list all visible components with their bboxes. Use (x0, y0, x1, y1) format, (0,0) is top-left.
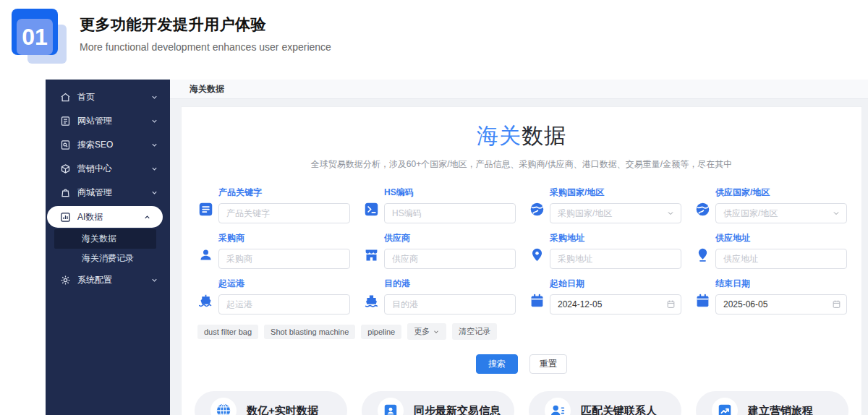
end-date-input[interactable] (715, 294, 847, 315)
field-label: 起运港 (218, 278, 350, 290)
sidebar-item-label: 首页 (77, 91, 95, 103)
sidebar-item-seo[interactable]: 搜索SEO (46, 133, 170, 157)
departure-port-input[interactable] (218, 294, 350, 315)
field-supply-address: 供应地址 (694, 232, 847, 269)
page-title-rest: 数据 (522, 124, 566, 147)
field-supply-country: 供应国家/地区 (694, 187, 847, 223)
buy-address-input[interactable] (550, 249, 681, 269)
field-label: 采购地址 (550, 232, 681, 244)
section-subtitle: More functional development enhances use… (80, 41, 331, 53)
calendar-icon (529, 278, 545, 315)
main-area: 海关数据 海关数据 全球贸易数据分析，涉及60+个国家/地区，产品信息、采购商/… (170, 80, 868, 415)
buyer-input[interactable] (218, 249, 350, 269)
header-text: 更多功能开发提升用户体验 More functional development… (80, 6, 331, 65)
field-hs-code: HS编码 (363, 187, 516, 223)
field-label: 供应地址 (715, 232, 847, 244)
chevron-up-icon (143, 213, 151, 221)
search-button[interactable]: 搜索 (476, 354, 518, 374)
ship-icon (197, 278, 213, 315)
sidebar-item-marketing[interactable]: 营销中心 (46, 157, 170, 181)
field-product-keyword: 产品关键字 (197, 187, 350, 223)
keyword-chip[interactable]: pipeline (361, 325, 401, 339)
keyword-chip[interactable]: dust filter bag (197, 325, 258, 339)
supplier-input[interactable] (384, 249, 516, 269)
field-departure-port: 起运港 (197, 278, 350, 315)
home-icon (60, 92, 71, 103)
chevron-down-icon (150, 141, 158, 149)
clear-records-chip[interactable]: 清空记录 (452, 323, 497, 340)
feature-sync-trades[interactable]: 同步最新交易信息 (362, 391, 514, 415)
sidebar-subitem-customs-records[interactable]: 海关消费记录 (46, 249, 170, 268)
sidebar-item-mall[interactable]: 商城管理 (46, 181, 170, 205)
field-start-date: 起始日期 (529, 278, 681, 315)
sidebar-item-website[interactable]: 网站管理 (46, 109, 170, 133)
field-label: 供应国家/地区 (715, 187, 847, 199)
marketing-icon (60, 163, 71, 174)
sidebar-item-label: 营销中心 (77, 163, 112, 175)
chevron-down-icon (433, 328, 440, 335)
reset-button[interactable]: 重置 (529, 354, 567, 374)
feature-label: 数亿+实时数据 (247, 404, 318, 415)
field-buy-address: 采购地址 (529, 232, 681, 269)
breadcrumb-bar: 海关数据 (170, 80, 868, 99)
sidebar-item-label: 网站管理 (77, 115, 112, 127)
keyword-icon (197, 187, 213, 223)
field-destination-port: 目的港 (363, 278, 516, 315)
field-label: 产品关键字 (218, 187, 350, 199)
page-title-highlight: 海关 (477, 124, 522, 147)
contact-icon (545, 398, 571, 415)
store-icon (363, 232, 379, 269)
field-buyer: 采购商 (197, 232, 350, 269)
supply-country-select[interactable] (715, 203, 847, 223)
chevron-down-icon (150, 117, 158, 125)
destination-port-input[interactable] (384, 294, 516, 315)
feature-realtime-data[interactable]: 数亿+实时数据 (195, 391, 347, 415)
location-pin-icon (694, 232, 710, 269)
keyword-chip[interactable]: Shot blasting machine (264, 325, 355, 339)
search-form: 产品关键字 HS编码 (197, 187, 847, 315)
breadcrumb[interactable]: 海关数据 (190, 83, 224, 95)
website-icon (60, 116, 71, 127)
sidebar: 首页 网站管理 搜索SEO (46, 80, 170, 415)
supply-address-input[interactable] (715, 249, 847, 269)
start-date-input[interactable] (550, 294, 681, 315)
feature-key-contacts[interactable]: 匹配关键联系人 (529, 391, 681, 415)
globe-grid-icon (210, 398, 237, 415)
feature-label: 建立营销旅程 (748, 404, 813, 415)
field-end-date: 结束日期 (694, 278, 847, 315)
field-label: 起始日期 (550, 278, 681, 290)
sidebar-item-home[interactable]: 首页 (46, 85, 170, 109)
field-label: 目的港 (384, 278, 516, 290)
chevron-down-icon (150, 189, 158, 197)
history-tags: dust filter bag Shot blasting machine pi… (197, 323, 861, 340)
buyer-icon (197, 232, 213, 269)
page: 01 更多功能开发提升用户体验 More functional developm… (0, 0, 868, 415)
chevron-down-icon (150, 165, 158, 173)
field-label: 供应商 (384, 232, 516, 244)
sidebar-item-ai-data[interactable]: AI数据 (47, 206, 163, 228)
field-label: 结束日期 (715, 278, 847, 290)
sidebar-item-settings[interactable]: 系统配置 (46, 268, 170, 292)
chevron-down-icon (150, 276, 158, 284)
sidebar-subitem-customs-data[interactable]: 海关数据 (54, 229, 156, 249)
feature-pills: 数亿+实时数据 同步最新交易信息 匹配关键联系人 (195, 391, 848, 415)
chevron-down-icon (150, 93, 158, 101)
ai-data-icon (60, 212, 71, 223)
trend-icon (712, 398, 738, 415)
field-label: 采购商 (218, 232, 350, 244)
feature-label: 匹配关键联系人 (581, 404, 657, 415)
sidebar-item-label: 系统配置 (77, 274, 112, 286)
buy-country-select[interactable] (550, 203, 681, 223)
product-keyword-input[interactable] (218, 203, 350, 223)
sidebar-item-label: 搜索SEO (77, 139, 113, 151)
more-chip[interactable]: 更多 (407, 323, 446, 340)
feature-marketing-journey[interactable]: 建立营销旅程 (696, 391, 848, 415)
hs-code-input[interactable] (384, 203, 516, 223)
section-header: 01 更多功能开发提升用户体验 More functional developm… (10, 6, 331, 65)
field-label: HS编码 (384, 187, 516, 199)
location-icon (529, 232, 545, 269)
sidebar-item-label: AI数据 (77, 211, 103, 223)
field-label: 采购国家/地区 (550, 187, 681, 199)
calendar-icon (694, 278, 710, 315)
form-actions: 搜索 重置 (182, 354, 861, 374)
